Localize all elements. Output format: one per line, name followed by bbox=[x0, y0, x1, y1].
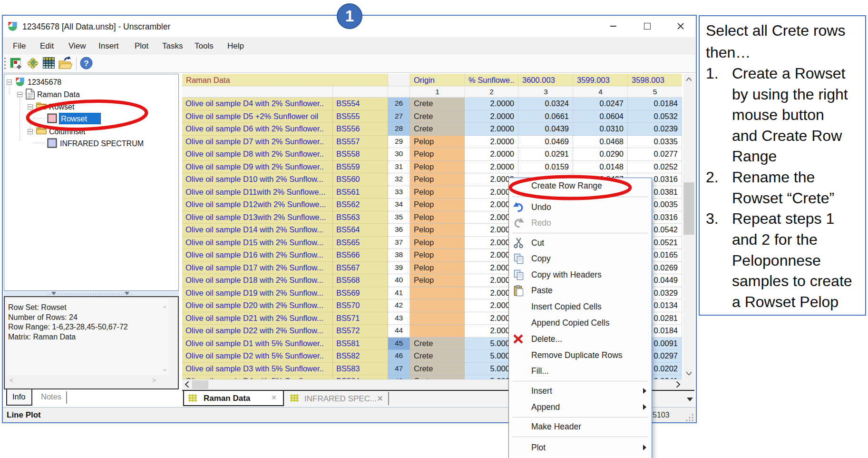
svg-text:?: ? bbox=[84, 59, 88, 68]
